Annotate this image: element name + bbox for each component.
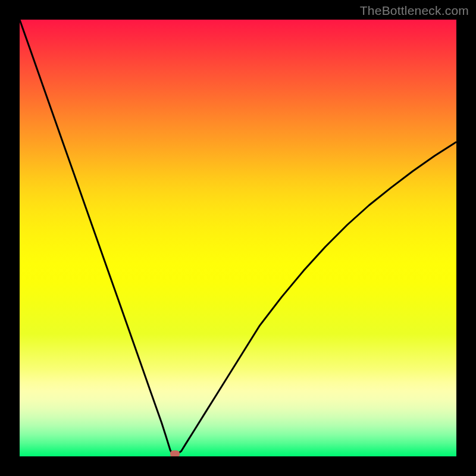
bottleneck-curve [20,20,456,454]
watermark: TheBottleneck.com [360,4,469,18]
plot-area [20,20,456,456]
curve-svg [20,20,456,456]
chart-frame: TheBottleneck.com [0,0,476,476]
data-marker [170,450,180,456]
